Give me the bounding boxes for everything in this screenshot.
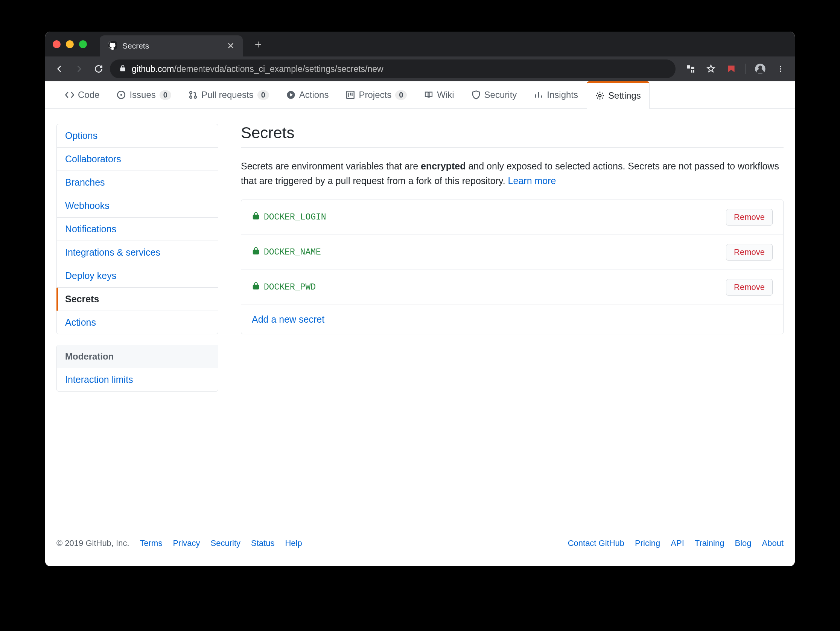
reponav-counter: 0 xyxy=(257,90,269,100)
reponav-code[interactable]: Code xyxy=(57,81,108,108)
footer-link-help[interactable]: Help xyxy=(285,538,302,548)
kebab-menu-icon[interactable] xyxy=(772,61,789,77)
remove-secret-button[interactable]: Remove xyxy=(726,244,773,261)
project-icon xyxy=(346,90,355,100)
extension-icon[interactable] xyxy=(723,61,739,77)
reponav-label: Security xyxy=(484,90,517,100)
sidebar-item-collaborators[interactable]: Collaborators xyxy=(57,147,218,171)
svg-point-2 xyxy=(758,65,762,69)
profile-avatar-icon[interactable] xyxy=(752,61,769,77)
address-bar[interactable]: github.com/dementevda/actions_ci_example… xyxy=(110,60,676,78)
reponav-label: Pull requests xyxy=(201,90,254,100)
reponav-security[interactable]: Security xyxy=(463,81,526,108)
svg-point-3 xyxy=(780,66,781,67)
remove-secret-button[interactable]: Remove xyxy=(726,209,773,226)
svg-point-8 xyxy=(189,92,192,94)
secrets-description: Secrets are environment variables that a… xyxy=(241,159,783,188)
footer-link-status[interactable]: Status xyxy=(251,538,274,548)
reload-button[interactable] xyxy=(90,61,107,77)
reponav-pull-requests[interactable]: Pull requests0 xyxy=(180,81,278,108)
tab-title: Secrets xyxy=(122,41,149,51)
reponav-projects[interactable]: Projects0 xyxy=(337,81,415,108)
footer-copyright: © 2019 GitHub, Inc. xyxy=(57,538,129,548)
footer-link-api[interactable]: API xyxy=(671,538,684,548)
reponav-wiki[interactable]: Wiki xyxy=(415,81,463,108)
close-window-button[interactable] xyxy=(53,40,61,48)
footer-link-security[interactable]: Security xyxy=(211,538,240,548)
footer-link-pricing[interactable]: Pricing xyxy=(635,538,660,548)
lock-icon xyxy=(252,247,260,258)
lock-icon xyxy=(119,64,126,74)
add-secret-link[interactable]: Add a new secret xyxy=(252,314,324,325)
footer-link-contact-github[interactable]: Contact GitHub xyxy=(568,538,624,548)
back-button[interactable] xyxy=(51,61,68,77)
toolbar-right xyxy=(682,61,789,77)
reponav-label: Settings xyxy=(608,90,641,101)
footer-link-terms[interactable]: Terms xyxy=(140,538,163,548)
page-body: OptionsCollaboratorsBranchesWebhooksNoti… xyxy=(45,109,795,520)
footer-link-privacy[interactable]: Privacy xyxy=(173,538,200,548)
footer-link-blog[interactable]: Blog xyxy=(735,538,751,548)
toolbar: github.com/dementevda/actions_ci_example… xyxy=(45,57,795,81)
moderation-menu: ModerationInteraction limits xyxy=(57,345,218,392)
add-secret-row: Add a new secret xyxy=(241,305,783,334)
reponav-issues[interactable]: Issues0 xyxy=(108,81,180,108)
reponav-label: Code xyxy=(78,90,99,100)
remove-secret-button[interactable]: Remove xyxy=(726,279,773,296)
maximize-window-button[interactable] xyxy=(79,40,87,48)
reponav-label: Issues xyxy=(129,90,155,100)
issue-icon xyxy=(117,90,126,100)
sidebar-item-interaction-limits[interactable]: Interaction limits xyxy=(57,368,218,391)
github-favicon-icon xyxy=(108,41,117,52)
reponav-insights[interactable]: Insights xyxy=(525,81,587,108)
lock-icon xyxy=(252,281,260,293)
sidebar-item-actions[interactable]: Actions xyxy=(57,311,218,334)
forward-button[interactable] xyxy=(71,61,87,77)
learn-more-link[interactable]: Learn more xyxy=(508,176,556,186)
sidebar-item-branches[interactable]: Branches xyxy=(57,171,218,194)
reponav-label: Actions xyxy=(299,90,329,100)
secret-row: DOCKER_NAMERemove xyxy=(241,235,783,270)
close-tab-icon[interactable]: ✕ xyxy=(227,41,234,51)
svg-point-10 xyxy=(194,96,196,98)
secrets-list: DOCKER_LOGINRemoveDOCKER_NAMERemoveDOCKE… xyxy=(241,199,783,334)
sidebar-item-integrations-services[interactable]: Integrations & services xyxy=(57,241,218,264)
secret-row: DOCKER_PWDRemove xyxy=(241,270,783,305)
reponav-label: Insights xyxy=(547,90,578,100)
footer-link-about[interactable]: About xyxy=(762,538,784,548)
sidebar-item-notifications[interactable]: Notifications xyxy=(57,218,218,241)
svg-point-7 xyxy=(120,94,122,96)
sidebar-item-options[interactable]: Options xyxy=(57,124,218,147)
reponav-settings[interactable]: Settings xyxy=(587,81,650,109)
reponav-label: Projects xyxy=(358,90,392,100)
toolbar-divider xyxy=(745,63,746,74)
minimize-window-button[interactable] xyxy=(66,40,74,48)
browser-window: Secrets ✕ ＋ github.com/dementevda/action… xyxy=(45,32,795,566)
code-icon xyxy=(65,90,74,100)
browser-tab[interactable]: Secrets ✕ xyxy=(100,35,243,57)
sidebar-item-deploy-keys[interactable]: Deploy keys xyxy=(57,264,218,288)
reponav-counter: 0 xyxy=(395,90,407,100)
gear-icon xyxy=(595,91,605,100)
url-text: github.com/dementevda/actions_ci_example… xyxy=(132,64,384,74)
main-content: Secrets Secrets are environment variable… xyxy=(241,124,783,497)
reponav-counter: 0 xyxy=(159,90,171,100)
bookmark-star-icon[interactable] xyxy=(703,61,719,77)
new-tab-button[interactable]: ＋ xyxy=(253,36,264,52)
sidebar-item-secrets[interactable]: Secrets xyxy=(57,288,218,311)
lock-icon xyxy=(252,212,260,223)
page-title: Secrets xyxy=(241,124,783,147)
svg-point-13 xyxy=(599,95,602,97)
pr-icon xyxy=(189,90,197,100)
sidebar-item-webhooks[interactable]: Webhooks xyxy=(57,194,218,218)
secret-row: DOCKER_LOGINRemove xyxy=(241,200,783,235)
titlebar: Secrets ✕ ＋ xyxy=(45,32,795,57)
secret-name: DOCKER_LOGIN xyxy=(252,212,326,223)
svg-point-9 xyxy=(189,96,192,98)
footer: © 2019 GitHub, Inc.TermsPrivacySecurityS… xyxy=(57,520,783,566)
reponav-actions[interactable]: Actions xyxy=(278,81,338,108)
settings-menu: OptionsCollaboratorsBranchesWebhooksNoti… xyxy=(57,124,218,334)
footer-link-training[interactable]: Training xyxy=(695,538,725,548)
translate-icon[interactable] xyxy=(682,61,699,77)
settings-sidebar: OptionsCollaboratorsBranchesWebhooksNoti… xyxy=(57,124,218,497)
